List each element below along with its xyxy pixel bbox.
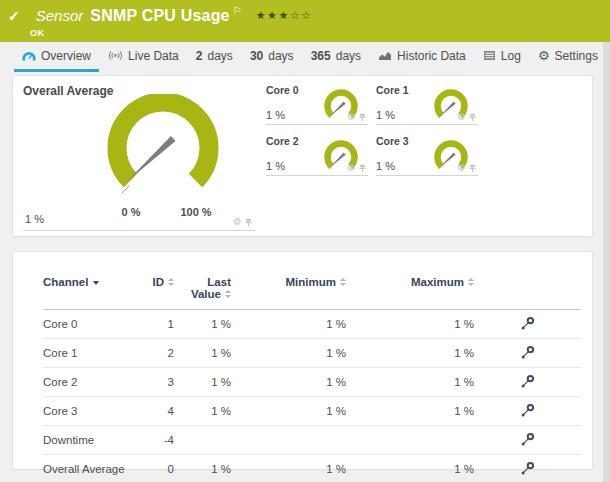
sort-icon	[168, 278, 174, 286]
channels-table-card: Channel ID Last Value Minimum Maximum C	[12, 251, 593, 470]
channel-settings-icon[interactable]	[520, 432, 535, 447]
channel-settings-icon[interactable]	[520, 316, 535, 331]
gauge-panel-core-1: Core 1 1 % ⚙	[376, 84, 478, 125]
sort-icon	[468, 278, 474, 286]
table-row: Core 2 3 1 % 1 % 1 %	[43, 368, 581, 397]
page-right-strip	[603, 42, 610, 482]
priority-flag-icon[interactable]: ⚐	[233, 5, 242, 16]
table-row: Core 0 1 1 % 1 % 1 %	[43, 310, 581, 339]
gauge-panel-core-2: Core 2 1 % ⚙	[266, 135, 368, 176]
column-header-maximum[interactable]: Maximum	[346, 276, 474, 310]
priority-stars[interactable]: ★★★☆☆	[256, 9, 313, 22]
pin-icon[interactable]	[359, 164, 366, 173]
channel-settings-icon[interactable]	[520, 345, 535, 360]
channel-settings-icon[interactable]	[520, 374, 535, 389]
pin-icon[interactable]	[469, 113, 476, 122]
tab-live-data[interactable]: Live Data	[100, 44, 187, 72]
status-badge: OK	[0, 25, 610, 38]
broadcast-icon	[108, 50, 123, 61]
tab-2-days[interactable]: 2 days	[188, 44, 241, 72]
status-check-icon: ✓	[8, 8, 20, 24]
tab-label: Overview	[41, 49, 91, 63]
gear-icon[interactable]: ⚙	[457, 112, 466, 122]
gear-icon[interactable]: ⚙	[457, 163, 466, 173]
log-icon	[483, 50, 496, 61]
cell-channel: Downtime	[43, 426, 143, 455]
channel-settings-icon[interactable]	[520, 461, 535, 476]
gauge-current-value: 1 %	[266, 160, 285, 172]
cell-maximum: 1 %	[346, 455, 474, 482]
sensor-title: SNMP CPU Usage	[90, 7, 229, 25]
chart-icon	[378, 50, 392, 61]
gear-icon[interactable]: ⚙	[347, 163, 356, 173]
pin-icon[interactable]	[469, 164, 476, 173]
cell-id: 3	[143, 368, 174, 397]
cell-id: 1	[143, 310, 174, 339]
cell-last-value: 1 %	[174, 339, 231, 368]
cell-minimum: 1 %	[231, 339, 346, 368]
cell-minimum: 1 %	[231, 310, 346, 339]
table-row: Overall Average 0 1 % 1 % 1 %	[43, 455, 581, 482]
tab-label-strong: 30	[250, 49, 263, 63]
cell-maximum	[346, 426, 474, 455]
tab-overview[interactable]: Overview	[14, 44, 99, 72]
chevron-down-icon	[93, 281, 99, 285]
cell-minimum: 1 %	[231, 368, 346, 397]
gauge-panel-overall-average: Overall Average 0 % 100 % 1 % ⚙	[23, 84, 255, 231]
tab-label: days	[336, 49, 361, 63]
tab-365-days[interactable]: 365 days	[303, 44, 369, 72]
gauge-current-value: 1 %	[376, 160, 395, 172]
tab-label: Log	[501, 49, 521, 63]
sensor-type-label: Sensor	[36, 7, 84, 24]
cell-id: 4	[143, 397, 174, 426]
cell-channel: Overall Average	[43, 455, 143, 482]
cell-channel: Core 3	[43, 397, 143, 426]
tab-log[interactable]: Log	[475, 44, 529, 72]
cell-last-value: 1 %	[174, 455, 231, 482]
cell-id: 0	[143, 455, 174, 482]
gauge-current-value: 1 %	[266, 109, 285, 121]
pin-icon[interactable]	[359, 113, 366, 122]
cell-id: 2	[143, 339, 174, 368]
tab-bar: Overview Live Data 2 days 30 days 365 da…	[0, 44, 610, 72]
column-header-last-value[interactable]: Last Value	[174, 276, 231, 310]
cell-last-value: 1 %	[174, 310, 231, 339]
gauge-current-value: 1 %	[25, 213, 44, 225]
sort-icon	[340, 278, 346, 286]
tab-label: days	[208, 49, 233, 63]
table-row: Downtime -4	[43, 426, 581, 455]
cell-last-value: 1 %	[174, 368, 231, 397]
column-header-channel[interactable]: Channel	[43, 276, 143, 310]
gauge-panel-core-0: Core 0 1 % ⚙	[266, 84, 368, 125]
channels-table: Channel ID Last Value Minimum Maximum C	[43, 276, 581, 482]
cell-maximum: 1 %	[346, 339, 474, 368]
pin-icon[interactable]	[245, 218, 252, 227]
cell-last-value	[174, 426, 231, 455]
tab-label: Settings	[555, 49, 598, 63]
column-header-id[interactable]: ID	[143, 276, 174, 310]
gauge-max-label: 100 %	[174, 206, 218, 218]
overall-average-gauge: 0 % 100 %	[101, 94, 225, 208]
cell-channel: Core 2	[43, 368, 143, 397]
cell-minimum	[231, 426, 346, 455]
gear-icon[interactable]: ⚙	[347, 112, 356, 122]
cell-channel: Core 1	[43, 339, 143, 368]
sort-icon	[225, 290, 231, 298]
cell-last-value: 1 %	[174, 397, 231, 426]
core-gauges-grid: Core 0 1 % ⚙ Core 1	[266, 84, 582, 231]
cell-channel: Core 0	[43, 310, 143, 339]
gear-icon: ⚙	[538, 49, 550, 62]
cell-maximum: 1 %	[346, 310, 474, 339]
tab-30-days[interactable]: 30 days	[242, 44, 302, 72]
cell-minimum: 1 %	[231, 397, 346, 426]
gauge-min-label: 0 %	[109, 206, 153, 218]
column-header-settings	[474, 276, 581, 310]
tab-historic-data[interactable]: Historic Data	[370, 44, 474, 72]
sensor-status-header: ✓ Sensor SNMP CPU Usage ⚐ ★★★☆☆ OK	[0, 0, 610, 42]
tab-settings[interactable]: ⚙ Settings	[530, 44, 606, 72]
gear-icon[interactable]: ⚙	[233, 217, 242, 227]
cell-id: -4	[143, 426, 174, 455]
tab-label: Live Data	[128, 49, 179, 63]
column-header-minimum[interactable]: Minimum	[231, 276, 346, 310]
channel-settings-icon[interactable]	[520, 403, 535, 418]
